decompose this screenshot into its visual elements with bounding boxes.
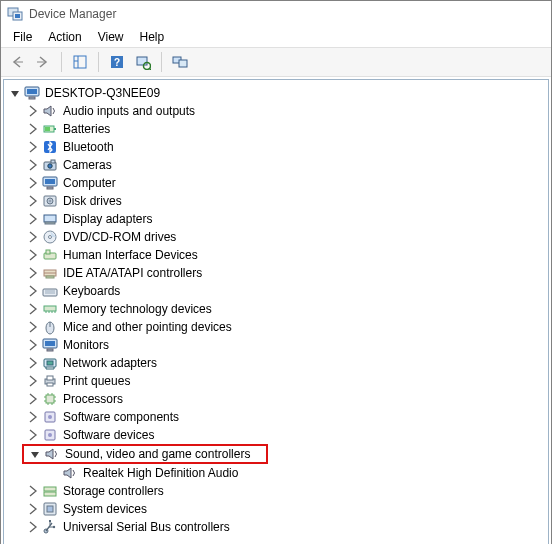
category-bluetooth[interactable]: Bluetooth [4, 138, 548, 156]
ide-icon [42, 265, 58, 281]
expand-icon[interactable] [26, 284, 40, 298]
category-label: Monitors [62, 338, 110, 352]
svg-rect-58 [74, 56, 86, 68]
category-dvd-cd[interactable]: DVD/CD-ROM drives [4, 228, 548, 246]
menu-help[interactable]: Help [132, 29, 173, 45]
category-audio[interactable]: Audio inputs and outputs [4, 102, 548, 120]
forward-button[interactable] [31, 50, 55, 74]
category-label: Audio inputs and outputs [62, 104, 196, 118]
expand-icon[interactable] [8, 86, 22, 100]
expand-icon[interactable] [26, 230, 40, 244]
expand-icon[interactable] [26, 104, 40, 118]
expand-icon[interactable] [26, 410, 40, 424]
category-label: DVD/CD-ROM drives [62, 230, 177, 244]
devices-and-printers-button[interactable] [168, 50, 192, 74]
expand-icon[interactable] [26, 320, 40, 334]
device-tree-pane[interactable]: DESKTOP-Q3NEE09 Audio inputs and outputs… [3, 79, 549, 544]
expand-icon[interactable] [26, 212, 40, 226]
system-icon [42, 501, 58, 517]
category-keyboards[interactable]: Keyboards [4, 282, 548, 300]
expand-icon[interactable] [26, 158, 40, 172]
category-label: Human Interface Devices [62, 248, 199, 262]
scan-hardware-button[interactable] [131, 50, 155, 74]
expand-icon[interactable] [26, 356, 40, 370]
category-label: Software devices [62, 428, 155, 442]
category-batteries[interactable]: Batteries [4, 120, 548, 138]
svg-text:?: ? [114, 57, 120, 68]
category-network[interactable]: Network adapters [4, 354, 548, 372]
disk-icon [42, 193, 58, 209]
svg-rect-67 [179, 60, 187, 67]
expand-icon[interactable] [26, 392, 40, 406]
svg-line-65 [149, 68, 151, 70]
category-ide[interactable]: IDE ATA/ATAPI controllers [4, 264, 548, 282]
category-display-adapters[interactable]: Display adapters [4, 210, 548, 228]
expand-icon[interactable] [26, 338, 40, 352]
software-icon [42, 409, 58, 425]
expand-icon[interactable] [26, 502, 40, 516]
category-system-devices[interactable]: System devices [4, 500, 548, 518]
expand-icon[interactable] [26, 520, 40, 534]
category-storage-controllers[interactable]: Storage controllers [4, 482, 548, 500]
cd-icon [42, 229, 58, 245]
category-label: Storage controllers [62, 484, 165, 498]
expand-icon[interactable] [26, 194, 40, 208]
titlebar: Device Manager [1, 1, 551, 27]
category-label: Computer [62, 176, 117, 190]
camera-icon [42, 157, 58, 173]
speaker-icon [62, 465, 78, 481]
window-title: Device Manager [29, 7, 116, 21]
printer-icon [42, 373, 58, 389]
menu-view[interactable]: View [90, 29, 132, 45]
show-hide-tree-button[interactable] [68, 50, 92, 74]
category-label: Print queues [62, 374, 131, 388]
back-button[interactable] [5, 50, 29, 74]
category-disk-drives[interactable]: Disk drives [4, 192, 548, 210]
menu-file[interactable]: File [5, 29, 40, 45]
expand-icon[interactable] [26, 248, 40, 262]
expand-icon[interactable] [26, 176, 40, 190]
category-label: Keyboards [62, 284, 121, 298]
category-cameras[interactable]: Cameras [4, 156, 548, 174]
device-realtek-audio[interactable]: Realtek High Definition Audio [4, 464, 548, 482]
category-label: Sound, video and game controllers [64, 447, 251, 461]
category-memory[interactable]: Memory technology devices [4, 300, 548, 318]
cpu-icon [42, 391, 58, 407]
menu-action[interactable]: Action [40, 29, 89, 45]
category-label: Processors [62, 392, 124, 406]
keyboard-icon [42, 283, 58, 299]
help-button[interactable]: ? [105, 50, 129, 74]
tree-root-row[interactable]: DESKTOP-Q3NEE09 [4, 84, 548, 102]
category-hid[interactable]: Human Interface Devices [4, 246, 548, 264]
usb-icon [42, 519, 58, 535]
expand-icon[interactable] [26, 302, 40, 316]
toolbar: ? [1, 47, 551, 77]
hid-icon [42, 247, 58, 263]
collapse-icon[interactable] [28, 447, 42, 461]
category-label: Display adapters [62, 212, 153, 226]
category-usb-controllers[interactable]: Universal Serial Bus controllers [4, 518, 548, 536]
expand-icon[interactable] [26, 428, 40, 442]
category-monitors[interactable]: Monitors [4, 336, 548, 354]
computer-icon [24, 85, 40, 101]
category-print-queues[interactable]: Print queues [4, 372, 548, 390]
category-computer[interactable]: Computer [4, 174, 548, 192]
expand-icon[interactable] [26, 484, 40, 498]
root-label: DESKTOP-Q3NEE09 [44, 86, 161, 100]
category-processors[interactable]: Processors [4, 390, 548, 408]
network-icon [42, 355, 58, 371]
category-label: Disk drives [62, 194, 123, 208]
expand-icon[interactable] [26, 374, 40, 388]
highlighted-category-sound[interactable]: Sound, video and game controllers [22, 444, 268, 464]
category-software-devices[interactable]: Software devices [4, 426, 548, 444]
expand-icon[interactable] [26, 140, 40, 154]
storage-icon [42, 483, 58, 499]
category-mice[interactable]: Mice and other pointing devices [4, 318, 548, 336]
category-label: Universal Serial Bus controllers [62, 520, 231, 534]
category-label: Mice and other pointing devices [62, 320, 233, 334]
expand-icon[interactable] [26, 122, 40, 136]
category-label: Network adapters [62, 356, 158, 370]
expand-icon[interactable] [26, 266, 40, 280]
software-icon [42, 427, 58, 443]
category-software-components[interactable]: Software components [4, 408, 548, 426]
